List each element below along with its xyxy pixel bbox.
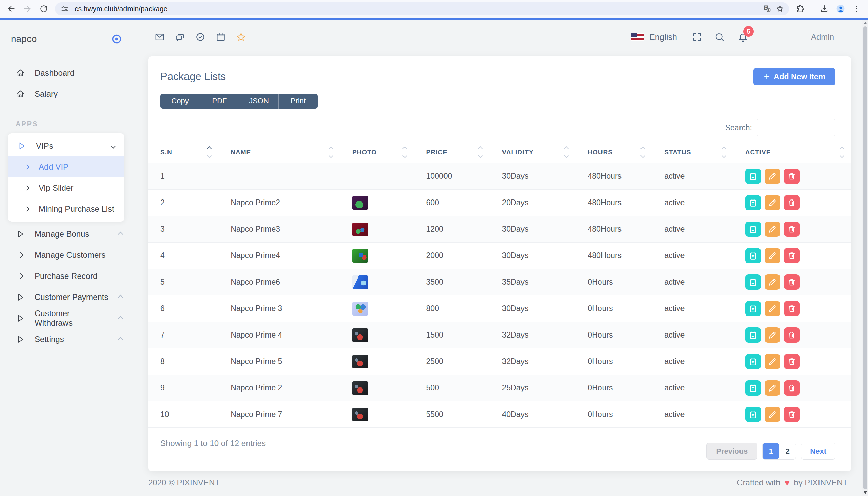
next-page-button[interactable]: Next	[801, 443, 835, 460]
star-icon[interactable]	[236, 32, 246, 42]
browser-reload-icon[interactable]	[36, 1, 51, 17]
view-button[interactable]	[745, 301, 761, 316]
sn-cell: 9	[148, 375, 218, 401]
fullscreen-icon[interactable]	[692, 32, 702, 42]
name-cell: Napco Prime 5	[218, 348, 340, 375]
sidebar-item-customer-withdraws[interactable]: Customer Withdraws	[0, 308, 132, 329]
delete-button[interactable]	[784, 301, 800, 316]
scrollbar-down-arrow[interactable]	[864, 491, 867, 494]
delete-button[interactable]	[784, 275, 800, 290]
column-label: ACTIVE	[745, 149, 771, 156]
delete-button[interactable]	[784, 327, 800, 343]
sidebar-item-vip-slider[interactable]: Vip Slider	[8, 177, 125, 199]
edit-button[interactable]	[765, 354, 780, 369]
sidebar-item-manage-customers[interactable]: Manage Customers	[0, 245, 132, 266]
extensions-icon[interactable]	[792, 1, 808, 17]
sidebar-toggle-icon[interactable]	[111, 33, 123, 45]
delete-button[interactable]	[784, 195, 800, 210]
browser-forward-icon[interactable]	[20, 1, 35, 17]
translate-icon[interactable]: G	[760, 2, 773, 15]
column-header-active[interactable]: ACTIVE	[733, 141, 851, 163]
scrollbar-up-arrow[interactable]	[864, 22, 867, 25]
edit-button[interactable]	[765, 327, 780, 343]
mail-icon[interactable]	[155, 32, 165, 42]
column-header-name[interactable]: NAME	[218, 141, 340, 163]
export-copy-button[interactable]: Copy	[160, 94, 200, 109]
page-1-button[interactable]: 1	[762, 443, 779, 459]
sidebar-item-manage-bonus[interactable]: Manage Bonus	[0, 223, 132, 245]
export-json-button[interactable]: JSON	[239, 94, 278, 109]
site-settings-icon[interactable]	[58, 2, 71, 15]
column-label: PRICE	[426, 149, 448, 156]
address-bar[interactable]: cs.hwym.club/admin/package G	[55, 2, 789, 15]
view-button[interactable]	[745, 380, 761, 396]
delete-button[interactable]	[784, 221, 800, 237]
sidebar-item-dashboard[interactable]: Dashboard	[0, 62, 132, 83]
notifications-bell-icon[interactable]: 5	[738, 32, 748, 42]
check-circle-icon[interactable]	[195, 32, 206, 42]
column-header-price[interactable]: PRICE	[414, 141, 490, 163]
url-text: cs.hwym.club/admin/package	[75, 5, 760, 13]
status-cell: active	[652, 375, 733, 401]
add-new-item-button[interactable]: + Add New Item	[753, 68, 835, 86]
edit-button[interactable]	[765, 380, 780, 396]
previous-page-button[interactable]: Previous	[706, 443, 757, 460]
scrollbar-thumb[interactable]	[863, 27, 867, 489]
sort-asc-icon	[402, 146, 407, 151]
sidebar-item-settings[interactable]: Settings	[0, 329, 132, 350]
edit-button[interactable]	[765, 407, 780, 422]
user-menu[interactable]: Admin	[811, 32, 834, 42]
sidebar-item-customer-payments[interactable]: Customer Payments	[0, 287, 132, 308]
language-selector[interactable]: English	[649, 32, 677, 42]
sidebar-item-add-vip[interactable]: Add VIP	[8, 156, 125, 177]
edit-button[interactable]	[765, 169, 780, 184]
export-print-button[interactable]: Print	[278, 94, 318, 109]
us-flag-icon[interactable]	[631, 33, 644, 41]
view-button[interactable]	[745, 169, 761, 184]
view-button[interactable]	[745, 221, 761, 237]
page-scrollbar[interactable]	[862, 20, 868, 496]
delete-button[interactable]	[784, 380, 800, 396]
sidebar-item-mining-purchase-list[interactable]: Mining Purchase List	[8, 199, 125, 219]
view-button[interactable]	[745, 327, 761, 343]
view-button[interactable]	[745, 275, 761, 290]
search-input[interactable]	[757, 119, 835, 136]
hours-cell: 0Hours	[575, 375, 652, 401]
view-button[interactable]	[745, 248, 761, 263]
column-header-photo[interactable]: PHOTO	[340, 141, 414, 163]
sidebar-item-salary[interactable]: Salary	[0, 83, 132, 105]
column-header-validity[interactable]: VALIDITY	[489, 141, 575, 163]
bookmark-star-icon[interactable]	[773, 2, 786, 15]
sidebar-item-label: Manage Bonus	[35, 229, 89, 239]
delete-button[interactable]	[784, 248, 800, 263]
sidebar-item-purchase-record[interactable]: Purchase Record	[0, 266, 132, 287]
edit-button[interactable]	[765, 275, 780, 290]
delete-icon	[787, 304, 796, 313]
chat-icon[interactable]	[175, 32, 185, 42]
crafted-text: Crafted with ♥ by PIXINVENT	[737, 478, 848, 488]
column-header-s-n[interactable]: S.N	[148, 141, 218, 163]
edit-button[interactable]	[765, 195, 780, 210]
export-pdf-button[interactable]: PDF	[200, 94, 239, 109]
download-icon[interactable]	[817, 1, 832, 17]
view-button[interactable]	[745, 354, 761, 369]
column-header-status[interactable]: STATUS	[652, 141, 733, 163]
sidebar-item-vips[interactable]: VIPs	[8, 135, 125, 156]
view-button[interactable]	[745, 407, 761, 422]
sn-cell: 2	[148, 190, 218, 216]
column-header-hours[interactable]: HOURS	[575, 141, 652, 163]
profile-avatar[interactable]	[833, 1, 848, 17]
delete-button[interactable]	[784, 354, 800, 369]
edit-button[interactable]	[765, 248, 780, 263]
edit-button[interactable]	[765, 301, 780, 316]
brand-logo[interactable]: napco	[11, 34, 37, 44]
page-2-button[interactable]: 2	[779, 443, 796, 459]
browser-back-icon[interactable]	[3, 1, 19, 17]
calendar-icon[interactable]	[216, 32, 226, 42]
delete-button[interactable]	[784, 407, 800, 422]
view-button[interactable]	[745, 195, 761, 210]
delete-button[interactable]	[784, 169, 800, 184]
edit-button[interactable]	[765, 221, 780, 237]
browser-menu-icon[interactable]	[849, 1, 865, 17]
search-icon[interactable]	[714, 32, 725, 42]
